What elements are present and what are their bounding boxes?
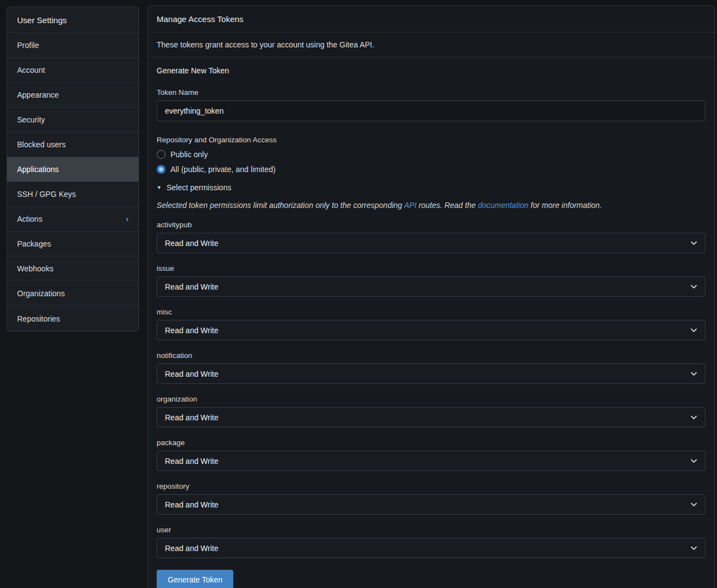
chevron-down-icon (691, 546, 697, 550)
note-text-3: for more information. (528, 201, 602, 210)
radio-checked-icon[interactable] (157, 165, 165, 174)
sidebar-item-webhooks[interactable]: Webhooks (7, 256, 138, 281)
permissions-note: Selected token permissions limit authori… (157, 201, 705, 210)
scope-group-issue: issueRead and Write (157, 264, 705, 297)
sidebar-item-security[interactable]: Security (7, 108, 138, 132)
scope-select-value: Read and Write (165, 370, 218, 378)
note-text-2: routes. Read the (416, 201, 478, 210)
triangle-down-icon: ▼ (157, 185, 162, 190)
sidebar-title: User Settings (7, 7, 138, 33)
scope-select-misc[interactable]: Read and Write (157, 320, 705, 340)
scope-group-package: packageRead and Write (157, 439, 705, 471)
generate-token-form: Generate New Token Token Name Repository… (148, 57, 714, 588)
scope-label: misc (157, 308, 705, 316)
sidebar-item-actions[interactable]: Actions› (7, 207, 138, 232)
scope-group-organization: organizationRead and Write (157, 395, 705, 427)
scope-label: notification (157, 351, 705, 360)
select-permissions-toggle[interactable]: ▼ Select permissions (157, 183, 705, 192)
sidebar-item-profile[interactable]: Profile (7, 33, 138, 58)
sidebar-item-label: Webhooks (17, 256, 53, 281)
sidebar-item-label: Actions (17, 207, 42, 231)
page-layout: User Settings ProfileAccountAppearanceSe… (0, 0, 717, 588)
scope-group-user: userRead and Write (157, 526, 705, 558)
radio-option-label: All (public, private, and limited) (170, 165, 276, 174)
chevron-down-icon (691, 285, 697, 289)
sidebar-item-label: Repositories (17, 307, 60, 331)
token-name-input[interactable] (157, 100, 705, 121)
page-title: Manage Access Tokens (148, 6, 714, 33)
chevron-down-icon (691, 459, 697, 463)
scope-group-misc: miscRead and Write (157, 308, 705, 340)
sidebar-item-label: Organizations (17, 281, 65, 306)
scope-group-repository: repositoryRead and Write (157, 482, 705, 515)
sidebar-item-ssh-gpg-keys[interactable]: SSH / GPG Keys (7, 182, 138, 207)
sidebar-item-label: Applications (17, 157, 59, 181)
scope-select-activitypub[interactable]: Read and Write (157, 233, 705, 253)
scope-label: organization (157, 395, 705, 403)
sidebar-item-packages[interactable]: Packages (7, 232, 138, 256)
sidebar-item-organizations[interactable]: Organizations (7, 281, 138, 306)
sidebar-item-blocked-users[interactable]: Blocked users (7, 132, 138, 157)
sidebar-item-label: Account (17, 58, 45, 82)
chevron-down-icon (691, 503, 697, 507)
sidebar-item-appearance[interactable]: Appearance (7, 83, 138, 108)
note-text-1: Selected token permissions limit authori… (157, 201, 404, 210)
chevron-down-icon (691, 241, 697, 245)
chevron-down-icon (691, 372, 697, 376)
sidebar-item-applications[interactable]: Applications (7, 157, 138, 182)
tokens-description: These tokens grant access to your accoun… (148, 33, 714, 57)
scope-select-value: Read and Write (165, 544, 218, 553)
scope-select-repository[interactable]: Read and Write (157, 494, 705, 515)
scope-select-value: Read and Write (165, 457, 218, 466)
scope-group-activitypub: activitypubRead and Write (157, 221, 705, 253)
documentation-link[interactable]: documentation (478, 201, 528, 210)
token-name-label: Token Name (157, 88, 705, 97)
access-radio-group: Public onlyAll (public, private, and lim… (157, 150, 705, 174)
radio-unchecked-icon[interactable] (157, 150, 165, 159)
generate-new-token-heading: Generate New Token (157, 66, 705, 75)
scope-select-organization[interactable]: Read and Write (157, 407, 705, 427)
repo-org-access-label: Repository and Organization Access (157, 136, 705, 144)
scope-select-package[interactable]: Read and Write (157, 451, 705, 471)
select-permissions-label: Select permissions (167, 183, 232, 192)
scope-label: issue (157, 264, 705, 272)
scope-select-value: Read and Write (165, 239, 218, 248)
sidebar-items: ProfileAccountAppearanceSecurityBlocked … (7, 33, 138, 331)
sidebar-item-label: Security (17, 108, 45, 132)
scope-select-value: Read and Write (165, 413, 218, 422)
scope-label: user (157, 526, 705, 534)
scope-select-value: Read and Write (165, 282, 218, 291)
access-tokens-panel: Manage Access Tokens These tokens grant … (147, 6, 715, 588)
sidebar-item-label: Profile (17, 33, 39, 57)
scope-label: package (157, 439, 705, 447)
scope-select-value: Read and Write (165, 326, 218, 335)
sidebar-item-label: SSH / GPG Keys (17, 182, 76, 206)
scope-group-notification: notificationRead and Write (157, 351, 705, 384)
scope-select-user[interactable]: Read and Write (157, 538, 705, 558)
chevron-right-icon: › (126, 207, 129, 231)
radio-option-label: Public only (170, 150, 208, 159)
settings-sidebar: User Settings ProfileAccountAppearanceSe… (7, 7, 139, 332)
chevron-down-icon (691, 415, 697, 420)
scope-selects: activitypubRead and WriteissueRead and W… (157, 221, 705, 558)
scope-select-notification[interactable]: Read and Write (157, 364, 705, 384)
access-radio-option[interactable]: All (public, private, and limited) (157, 165, 705, 174)
access-radio-option[interactable]: Public only (157, 150, 705, 159)
sidebar-item-label: Packages (17, 232, 51, 256)
scope-select-issue[interactable]: Read and Write (157, 276, 705, 297)
scope-label: activitypub (157, 221, 705, 229)
sidebar-item-account[interactable]: Account (7, 58, 138, 83)
generate-token-button[interactable]: Generate Token (157, 570, 233, 588)
chevron-down-icon (691, 328, 697, 333)
sidebar-item-label: Appearance (17, 83, 59, 107)
scope-label: repository (157, 482, 705, 490)
api-link[interactable]: API (404, 201, 417, 210)
sidebar-item-label: Blocked users (17, 132, 66, 157)
scope-select-value: Read and Write (165, 500, 218, 509)
sidebar-item-repositories[interactable]: Repositories (7, 306, 138, 331)
